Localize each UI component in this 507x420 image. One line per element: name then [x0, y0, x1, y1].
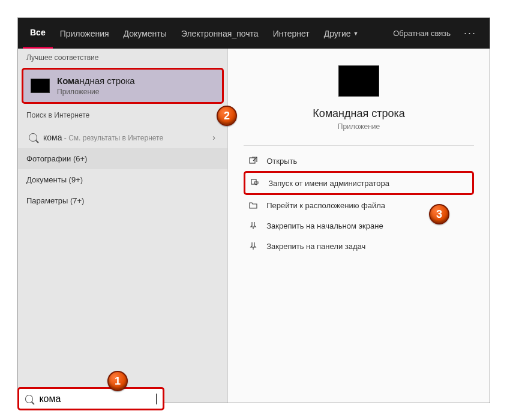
pin-start-icon	[248, 221, 258, 230]
action-pin-taskbar[interactable]: Закрепить на панели задач	[244, 236, 474, 256]
web-search-header: Поиск в Интернете	[18, 106, 227, 123]
category-photos[interactable]: Фотографии (6+)	[18, 148, 227, 169]
actions-list: Открыть Запуск от имени администратора П…	[244, 151, 474, 256]
best-match-subtitle: Приложение	[57, 88, 135, 96]
chevron-right-icon: ›	[212, 133, 215, 142]
action-run-admin[interactable]: Запуск от имени администратора	[244, 171, 474, 195]
best-match-title: Командная строка	[57, 76, 135, 86]
action-pin-taskbar-label: Закрепить на панели задач	[266, 242, 365, 251]
results-panel: Лучшее соответствие Командная строка При…	[18, 49, 228, 403]
divider	[244, 145, 474, 146]
annotation-3: 3	[429, 204, 449, 224]
preview-panel: Командная строка Приложение Открыть Запу…	[228, 49, 490, 403]
tab-more[interactable]: Другие▼	[317, 18, 366, 49]
web-search-item[interactable]: кома - См. результаты в Интернете ›	[24, 127, 221, 148]
best-match-header: Лучшее соответствие	[18, 49, 227, 65]
chevron-down-icon: ▼	[353, 31, 359, 37]
search-input-container[interactable]	[17, 387, 164, 410]
tab-all[interactable]: Все	[23, 18, 53, 49]
best-match-item[interactable]: Командная строка Приложение	[22, 68, 224, 104]
content-body: Лучшее соответствие Командная строка При…	[18, 49, 490, 403]
action-run-admin-label: Запуск от имени администратора	[268, 179, 389, 188]
cmd-icon	[31, 79, 50, 93]
open-icon	[248, 156, 258, 166]
action-pin-start-label: Закрепить на начальном экране	[266, 221, 383, 230]
tab-documents[interactable]: Документы	[116, 18, 174, 49]
tabs-bar: Все Приложения Документы Электронная_поч…	[18, 18, 490, 49]
feedback-link[interactable]: Обратная связь	[393, 29, 451, 38]
tab-internet[interactable]: Интернет	[266, 18, 317, 49]
tab-apps[interactable]: Приложения	[53, 18, 116, 49]
annotation-2: 2	[217, 106, 237, 126]
category-parameters[interactable]: Параметры (7+)	[18, 190, 227, 211]
more-icon[interactable]: ···	[460, 27, 480, 40]
action-open[interactable]: Открыть	[244, 151, 474, 171]
preview-title: Командная строка	[313, 107, 405, 120]
svg-rect-0	[250, 158, 255, 163]
action-file-location-label: Перейти к расположению файла	[266, 201, 385, 210]
app-thumbnail	[338, 65, 379, 97]
pin-taskbar-icon	[248, 241, 258, 251]
category-documents[interactable]: Документы (9+)	[18, 169, 227, 190]
shield-icon	[250, 178, 260, 188]
annotation-1: 1	[107, 371, 128, 391]
preview-subtitle: Приложение	[338, 122, 380, 131]
text-caret	[156, 394, 157, 404]
search-window: Все Приложения Документы Электронная_поч…	[17, 17, 490, 403]
folder-icon	[248, 200, 258, 210]
tab-email[interactable]: Электронная_почта	[174, 18, 266, 49]
action-open-label: Открыть	[266, 157, 297, 166]
search-icon	[29, 133, 37, 142]
search-icon	[25, 395, 33, 403]
search-input[interactable]	[39, 394, 154, 404]
